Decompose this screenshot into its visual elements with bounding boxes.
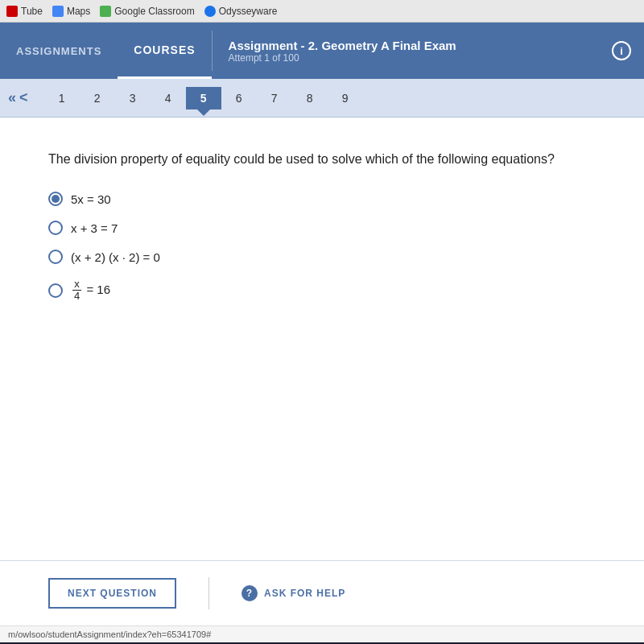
classroom-icon	[100, 6, 111, 17]
option-c[interactable]: (x + 2) (x · 2) = 0	[48, 250, 596, 264]
app-container: ASSIGNMENTS COURSES Assignment - 2. Geom…	[0, 23, 644, 642]
option-d[interactable]: x 4 = 16	[48, 279, 596, 303]
double-back-arrow[interactable]: «	[8, 89, 16, 106]
q-num-7[interactable]: 7	[257, 87, 292, 109]
assignment-title: Assignment - 2. Geometry A Final Exam	[229, 39, 596, 52]
option-a[interactable]: 5x = 30	[48, 192, 596, 206]
q-num-1[interactable]: 1	[44, 87, 80, 109]
option-a-label: 5x = 30	[71, 192, 111, 206]
radio-a-inner	[52, 195, 60, 203]
attempt-label: Attempt 1 of 100	[229, 52, 596, 64]
q-num-5[interactable]: 5	[186, 87, 221, 109]
tube-icon	[6, 6, 18, 17]
option-c-label: (x + 2) (x · 2) = 0	[71, 250, 160, 264]
fraction-denominator: 4	[72, 291, 81, 302]
maps-icon	[52, 6, 64, 17]
q-num-4[interactable]: 4	[151, 87, 186, 109]
q-num-6[interactable]: 6	[221, 87, 257, 109]
fraction-numerator: x	[72, 279, 81, 291]
answer-options: 5x = 30 x + 3 = 7 (x + 2) (x · 2) = 0	[48, 192, 596, 303]
tab-maps-label: Maps	[67, 6, 90, 17]
url-text: m/owlsoo/studentAssignment/index?eh=6534…	[8, 630, 211, 639]
tab-odyssey[interactable]: Odysseyware	[204, 6, 278, 17]
tab-tube-label: Tube	[21, 6, 43, 17]
fraction-display: x 4	[72, 279, 81, 303]
browser-bar: Tube Maps Google Classroom Odysseyware	[0, 0, 644, 23]
nav-assignment-info: Assignment - 2. Geometry A Final Exam At…	[213, 39, 612, 64]
tab-odyssey-label: Odysseyware	[219, 6, 278, 17]
bottom-bar: NEXT QUESTION ? ASK FOR HELP	[0, 560, 644, 625]
radio-b[interactable]	[48, 221, 63, 235]
radio-d[interactable]	[48, 283, 63, 298]
nav-assignments[interactable]: ASSIGNMENTS	[0, 45, 118, 57]
question-text: The division property of equality could …	[48, 150, 596, 169]
question-nav-bar: « < 1 2 3 4 5 6 7 8 9	[0, 79, 644, 118]
q-num-8[interactable]: 8	[292, 87, 328, 109]
option-d-fraction: x 4 = 16	[71, 279, 110, 303]
main-content: The division property of equality could …	[0, 118, 644, 560]
info-icon[interactable]: i	[612, 41, 631, 60]
next-question-button[interactable]: NEXT QUESTION	[48, 578, 176, 609]
nav-arrows: « <	[8, 89, 28, 106]
radio-a[interactable]	[48, 192, 63, 206]
option-b[interactable]: x + 3 = 7	[48, 221, 596, 235]
single-back-arrow[interactable]: <	[19, 89, 28, 106]
question-numbers: 1 2 3 4 5 6 7 8 9	[44, 87, 636, 109]
option-b-label: x + 3 = 7	[71, 221, 118, 235]
help-icon: ?	[242, 585, 258, 601]
bottom-divider	[208, 577, 209, 609]
ask-for-help-button[interactable]: ? ASK FOR HELP	[242, 585, 345, 601]
nav-header: ASSIGNMENTS COURSES Assignment - 2. Geom…	[0, 23, 644, 79]
tab-maps[interactable]: Maps	[52, 6, 90, 17]
url-bar: m/owlsoo/studentAssignment/index?eh=6534…	[0, 625, 644, 642]
q-num-2[interactable]: 2	[80, 87, 115, 109]
ask-help-label: ASK FOR HELP	[264, 588, 345, 599]
radio-c[interactable]	[48, 250, 63, 264]
nav-courses[interactable]: COURSES	[118, 23, 211, 79]
q-num-3[interactable]: 3	[115, 87, 151, 109]
tab-classroom[interactable]: Google Classroom	[100, 6, 194, 17]
q-num-9[interactable]: 9	[328, 87, 363, 109]
tab-tube[interactable]: Tube	[6, 6, 43, 17]
odyssey-icon	[204, 6, 216, 17]
option-d-suffix: = 16	[86, 283, 110, 296]
tab-classroom-label: Google Classroom	[114, 6, 194, 17]
